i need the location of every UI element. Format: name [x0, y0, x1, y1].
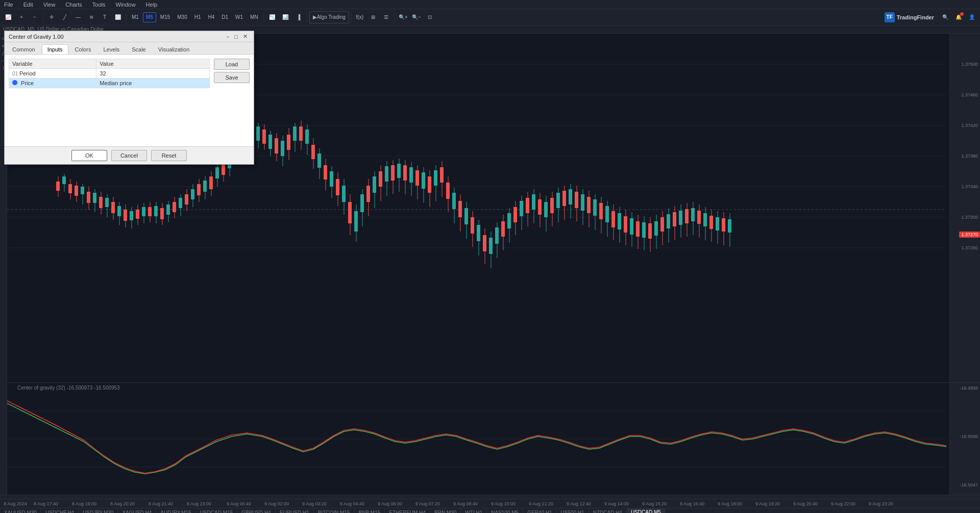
svg-rect-41 [154, 206, 158, 216]
row-price-name: Price [9, 79, 96, 88]
indicators-button[interactable]: f(x) [354, 11, 366, 23]
dialog-restore-button[interactable]: □ [232, 33, 240, 40]
zoom-in-tb[interactable]: 🔍+ [397, 11, 409, 23]
indicator-scale-bot: -16.5047 [960, 482, 980, 488]
tab-wti-h1[interactable]: WTI,H1 [461, 508, 487, 514]
zoom-out-tb[interactable]: 🔍− [410, 11, 423, 23]
tab-us500-h1[interactable]: US500,H1 [557, 508, 589, 514]
tf-m5[interactable]: M5 [143, 12, 156, 22]
svg-rect-219 [716, 217, 719, 230]
dialog-tab-scale[interactable]: Scale [126, 44, 152, 54]
tf-m15[interactable]: M15 [157, 12, 173, 22]
svg-rect-197 [648, 223, 652, 239]
text-button[interactable]: T [99, 11, 111, 23]
cog-slow-line [7, 401, 946, 473]
tf-h1[interactable]: H1 [191, 12, 204, 22]
horizontal-scrollbar[interactable] [0, 495, 980, 499]
svg-rect-205 [673, 212, 676, 226]
menu-item-view[interactable]: View [41, 2, 58, 8]
zoom-out-button[interactable]: − [29, 11, 41, 23]
reset-button[interactable]: Reset [151, 150, 187, 161]
candle-chart-button[interactable]: 📊 [279, 11, 291, 23]
dialog-tab-common[interactable]: Common [7, 44, 41, 54]
row-period-value[interactable]: 32 [96, 69, 210, 79]
search-button[interactable]: 🔍 [939, 11, 951, 23]
tab-gbpusd-h4[interactable]: GBPUSD,H4 [237, 508, 276, 514]
dialog-tab-levels[interactable]: Levels [97, 44, 125, 54]
dialog-close-button[interactable]: ✕ [241, 33, 250, 40]
zoom-in-button[interactable]: + [15, 11, 28, 23]
tab-usdcad-m5[interactable]: USDCAD,M5 [627, 508, 666, 514]
price-level-7: 1.37260 [961, 245, 980, 250]
svg-rect-87 [311, 145, 315, 159]
tab-brn-m30[interactable]: BRN,M30 [430, 508, 461, 514]
account-button[interactable]: 👤 [966, 11, 978, 23]
tab-nas100-m5[interactable]: NAS100,M5 [487, 508, 523, 514]
algo-trading-button[interactable]: ▶ Algo Trading [309, 11, 349, 23]
dialog-tab-colors[interactable]: Colors [69, 44, 97, 54]
tab-usdjpy-m30[interactable]: USDJPY,M30 [79, 508, 118, 514]
tab-ger40-h1[interactable]: GER40,H1 [523, 508, 556, 514]
tf-m30[interactable]: M30 [174, 12, 190, 22]
tab-nzdcad-h4[interactable]: NZDCAD,H4 [589, 508, 627, 514]
tab-bitcoin-m15[interactable]: BITCOIN,M15 [314, 508, 355, 514]
svg-rect-39 [148, 207, 152, 216]
dialog-minimize-button[interactable]: − [224, 33, 231, 40]
hline-button[interactable]: — [72, 11, 84, 23]
time-label-3: 8 Aug 20:20 [110, 501, 135, 506]
tf-mn[interactable]: MN [247, 12, 261, 22]
svg-rect-117 [403, 165, 407, 181]
dialog-tab-visualization[interactable]: Visualization [153, 44, 195, 54]
menu-item-edit[interactable]: Edit [21, 2, 35, 8]
table-row-price[interactable]: Price Median price [9, 79, 210, 88]
svg-rect-161 [538, 199, 542, 215]
objects-button[interactable]: ⊞ [367, 11, 379, 23]
indicator-chart[interactable]: Center of gravity (32) -16.500973 -16.50… [7, 382, 949, 495]
crosshair-button[interactable]: ✛ [45, 11, 58, 23]
save-button[interactable]: Save [214, 72, 250, 83]
tab-eurusd-h1[interactable]: EURUSD,H1 [276, 508, 314, 514]
templates-button[interactable]: ☰ [380, 11, 393, 23]
fit-all-button[interactable]: ⊡ [424, 11, 436, 23]
tf-m1[interactable]: M1 [129, 12, 142, 22]
tf-d1[interactable]: D1 [218, 12, 231, 22]
alerts-button[interactable]: 🔔 [952, 11, 965, 23]
shapes-button[interactable]: ⬜ [112, 11, 124, 23]
svg-rect-83 [299, 126, 303, 141]
tab-usdcad-m15[interactable]: USDCAD,M15 [196, 508, 237, 514]
svg-rect-207 [679, 211, 682, 225]
tab-bnb-m15[interactable]: BNB,M15 [355, 508, 385, 514]
menu-item-help[interactable]: Help [144, 2, 160, 8]
menu-item-file[interactable]: File [2, 2, 15, 8]
tf-w1[interactable]: W1 [232, 12, 246, 22]
table-row-period[interactable]: 01 Period 32 [9, 69, 210, 79]
svg-rect-217 [709, 216, 713, 229]
tab-usdchf-h4[interactable]: USDCHF,H4 [41, 508, 79, 514]
new-chart-button[interactable]: 📈 [2, 11, 14, 23]
row-price-value[interactable]: Median price [96, 79, 210, 88]
bar-chart-button[interactable]: ▐ [292, 11, 305, 23]
load-button[interactable]: Load [214, 59, 250, 70]
svg-rect-185 [611, 211, 615, 227]
tab-audjpy-m15[interactable]: AUDJPY,M15 [156, 508, 195, 514]
menu-item-tools[interactable]: Tools [90, 2, 108, 8]
tab-ethereum-h4[interactable]: ETHEREUM,H4 [385, 508, 430, 514]
svg-rect-73 [268, 135, 272, 149]
menu-item-charts[interactable]: Charts [63, 2, 84, 8]
ok-button[interactable]: OK [71, 150, 107, 161]
time-label-2: 8 Aug 19:00 [72, 501, 96, 506]
svg-rect-173 [575, 192, 578, 208]
menu-item-window[interactable]: Window [113, 2, 137, 8]
svg-rect-97 [342, 186, 346, 202]
tf-h4[interactable]: H4 [205, 12, 218, 22]
line-button[interactable]: ╱ [59, 11, 71, 23]
cancel-button[interactable]: Cancel [111, 150, 147, 161]
dialog-title-bar[interactable]: Center of Gravity 1.00 − □ ✕ [5, 31, 254, 42]
fib-button[interactable]: ≋ [85, 11, 97, 23]
svg-rect-115 [397, 164, 401, 178]
dialog-tab-inputs[interactable]: Inputs [42, 44, 68, 54]
tab-xagusd-h4[interactable]: XAGUSD,H4 [118, 508, 156, 514]
line-chart-button[interactable]: 📉 [266, 11, 278, 23]
time-label-9: 9 Aug 04:40 [340, 501, 364, 506]
tab-xauusd-m30[interactable]: XAUUSD,M30 [0, 508, 41, 514]
